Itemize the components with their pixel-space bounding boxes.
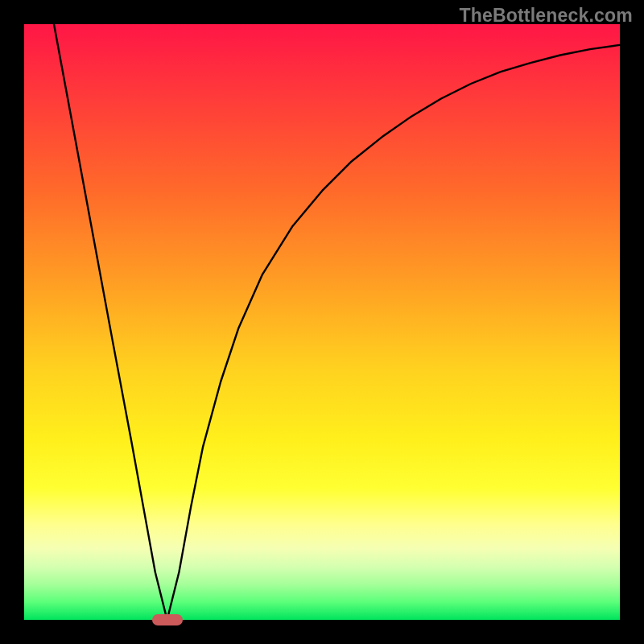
curve-path [54,24,620,620]
watermark-text: TheBottleneck.com [459,5,633,27]
plot-area [24,24,620,620]
chart-frame: TheBottleneck.com [0,0,644,644]
optimal-marker [152,614,183,625]
curve-svg [24,24,620,620]
